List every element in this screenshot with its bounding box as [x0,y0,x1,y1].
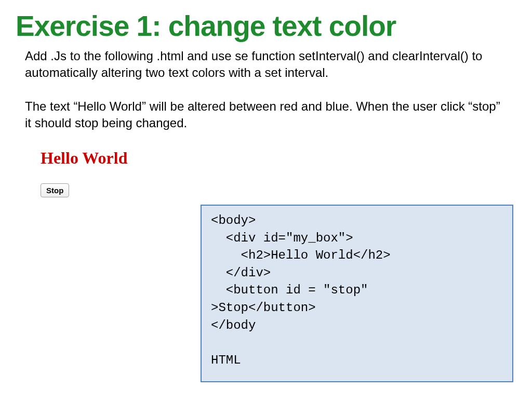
code-snippet-box: <body> <div id="my_box"> <h2>Hello World… [201,205,513,382]
instructions-block: Add .Js to the following .html and use s… [0,48,532,132]
demo-preview: Hello World Stop [0,149,532,197]
stop-button[interactable]: Stop [41,183,69,197]
hello-world-heading: Hello World [41,149,532,168]
slide-title: Exercise 1: change text color [0,0,532,48]
instruction-paragraph-1: Add .Js to the following .html and use s… [25,48,507,82]
instruction-paragraph-2: The text “Hello World” will be altered b… [25,98,507,132]
